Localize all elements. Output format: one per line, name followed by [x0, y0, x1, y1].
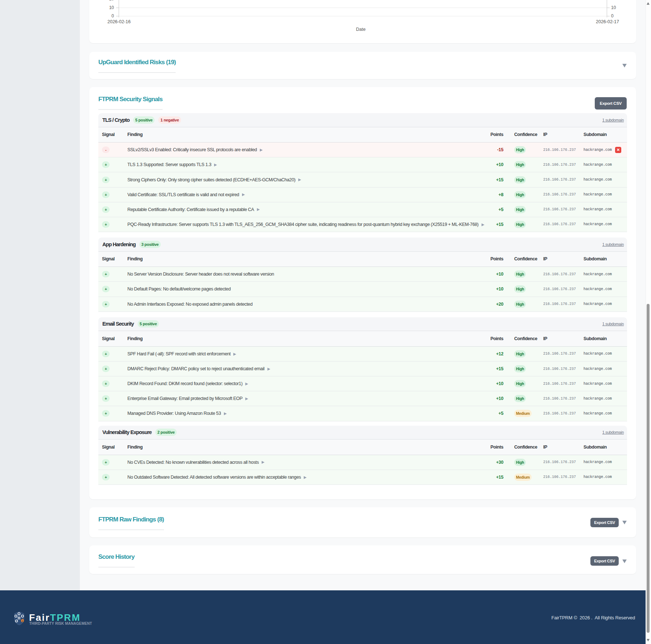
svg-text:c: c: [21, 620, 23, 622]
